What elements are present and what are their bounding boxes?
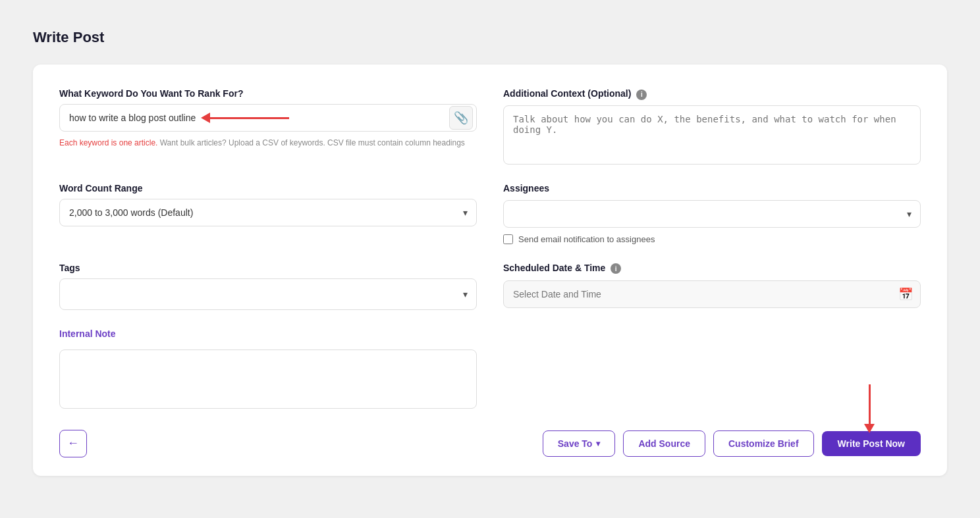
save-to-button[interactable]: Save To ▾ xyxy=(543,430,616,457)
page-title: Write Post xyxy=(33,29,947,46)
scheduled-label: Scheduled Date & Time i xyxy=(503,263,921,274)
keyword-hint: Each keyword is one article. Want bulk a… xyxy=(59,138,477,147)
scheduled-date-wrapper: 📅 xyxy=(503,280,921,308)
back-button[interactable]: ← xyxy=(59,430,87,457)
tags-select-wrapper: ▾ xyxy=(59,278,477,310)
attach-button[interactable]: 📎 xyxy=(449,106,473,130)
scheduled-group: Scheduled Date & Time i 📅 xyxy=(503,263,921,310)
keyword-group: What Keyword Do You Want To Rank For? 📎 … xyxy=(59,88,477,165)
scheduled-date-input[interactable] xyxy=(503,280,921,308)
word-count-label: Word Count Range xyxy=(59,183,477,194)
page-wrapper: Write Post What Keyword Do You Want To R… xyxy=(13,13,967,518)
word-count-select-wrapper: 500 to 1,000 words 1,000 to 2,000 words … xyxy=(59,199,477,226)
paperclip-icon: 📎 xyxy=(454,111,468,125)
word-count-select[interactable]: 500 to 1,000 words 1,000 to 2,000 words … xyxy=(59,199,477,226)
customize-brief-button[interactable]: Customize Brief xyxy=(713,430,814,457)
scheduled-info-icon[interactable]: i xyxy=(611,263,621,274)
keyword-input[interactable] xyxy=(59,104,477,132)
keyword-hint-red: Each keyword is one article. xyxy=(59,138,157,147)
context-info-icon[interactable]: i xyxy=(636,90,647,100)
word-count-group: Word Count Range 500 to 1,000 words 1,00… xyxy=(59,183,477,244)
keyword-hint-rest: Want bulk articles? Upload a CSV of keyw… xyxy=(157,138,464,147)
tags-label: Tags xyxy=(59,263,477,273)
context-label: Additional Context (Optional) i xyxy=(503,88,921,100)
keyword-label: What Keyword Do You Want To Rank For? xyxy=(59,88,477,99)
tags-group: Tags ▾ xyxy=(59,263,477,310)
back-arrow-icon: ← xyxy=(67,436,79,450)
right-actions: Save To ▾ Add Source Customize Brief Wri… xyxy=(543,430,921,457)
assignees-label: Assignees xyxy=(503,183,921,194)
context-group: Additional Context (Optional) i xyxy=(503,88,921,165)
keyword-input-wrapper: 📎 xyxy=(59,104,477,132)
email-notification-row: Send email notification to assignees xyxy=(503,234,921,244)
form-grid: What Keyword Do You Want To Rank For? 📎 … xyxy=(59,88,921,409)
context-textarea[interactable] xyxy=(503,105,921,165)
assignees-group: Assignees ▾ Send email notification to a… xyxy=(503,183,921,244)
bottom-bar: ← Save To ▾ Add Source Customize Brief xyxy=(59,430,921,457)
assignees-select-wrapper: ▾ xyxy=(503,200,921,228)
assignees-select[interactable] xyxy=(503,200,921,228)
internal-note-label: Internal Note xyxy=(59,328,477,339)
add-source-button[interactable]: Add Source xyxy=(623,430,705,457)
main-card: What Keyword Do You Want To Rank For? 📎 … xyxy=(33,65,947,476)
write-post-now-button[interactable]: Write Post Now xyxy=(822,431,921,456)
internal-note-group: Internal Note xyxy=(59,328,477,409)
email-notification-checkbox[interactable] xyxy=(503,234,513,244)
internal-note-textarea[interactable] xyxy=(59,350,477,409)
email-notification-label: Send email notification to assignees xyxy=(518,234,655,244)
tags-select[interactable] xyxy=(59,278,477,310)
save-to-dropdown-icon: ▾ xyxy=(596,439,600,448)
